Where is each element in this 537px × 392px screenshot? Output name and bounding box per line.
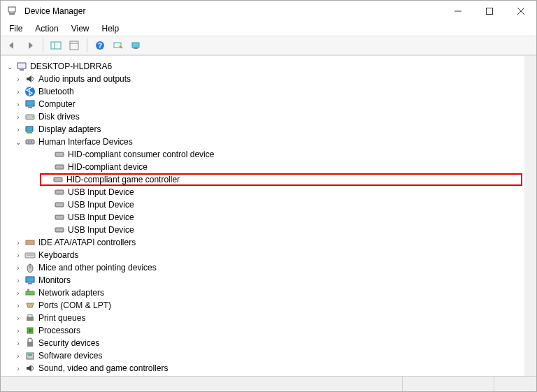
svg-rect-33: [55, 215, 64, 219]
category-print-queues[interactable]: › Print queues: [2, 312, 522, 324]
software-icon: [24, 350, 36, 361]
hid-compliant-device[interactable]: HID-compliant device: [2, 161, 522, 173]
expand-icon[interactable]: ›: [13, 300, 23, 310]
window-title: Device Manager: [24, 6, 85, 16]
category-display-adapters[interactable]: › Display adapters: [2, 123, 522, 136]
svg-rect-45: [28, 314, 32, 317]
svg-rect-43: [27, 289, 29, 291]
expand-icon[interactable]: ›: [13, 363, 23, 373]
category-label: Computer: [38, 99, 76, 109]
category-keyboards[interactable]: › Keyboards: [2, 249, 522, 261]
expand-icon[interactable]: ›: [13, 338, 23, 348]
svg-rect-48: [27, 342, 33, 347]
usb-input-device[interactable]: USB Input Device: [2, 198, 522, 211]
collapse-icon[interactable]: ⌄: [5, 61, 15, 71]
scan-hardware-button[interactable]: [110, 38, 127, 53]
svg-rect-15: [134, 48, 138, 49]
forward-button[interactable]: [22, 38, 38, 53]
statusbar: [1, 376, 536, 391]
category-processors[interactable]: › Processors: [2, 324, 522, 337]
cpu-icon: [24, 325, 36, 336]
category-label: IDE ATA/ATAPI controllers: [38, 238, 136, 247]
help-button[interactable]: ?: [92, 38, 108, 53]
expand-icon[interactable]: ›: [13, 238, 23, 247]
svg-rect-40: [26, 277, 34, 282]
category-label: Human Interface Devices: [38, 137, 133, 147]
hid-consumer-device[interactable]: HID-compliant consumer control device: [2, 148, 522, 161]
expand-icon[interactable]: ›: [13, 250, 23, 260]
category-network[interactable]: › Network adapters: [2, 286, 522, 299]
svg-point-27: [31, 141, 32, 143]
device-label: USB Input Device: [68, 212, 134, 222]
category-storage-controllers[interactable]: › Storage controllers: [2, 375, 522, 376]
expand-icon[interactable]: ›: [13, 99, 23, 109]
root-node[interactable]: ⌄ DESKTOP-HLDRRA6: [2, 60, 522, 73]
svg-rect-31: [55, 190, 64, 194]
category-security[interactable]: › Security devices: [2, 337, 522, 349]
app-icon: [6, 6, 17, 17]
category-label: Processors: [38, 326, 80, 335]
scrollbar[interactable]: [524, 56, 536, 376]
devices-by-connection-button[interactable]: [128, 38, 145, 53]
expand-icon[interactable]: ›: [13, 74, 23, 84]
device-label: HID-compliant device: [68, 162, 148, 172]
category-disk-drives[interactable]: › Disk drives: [2, 110, 522, 123]
usb-input-device[interactable]: USB Input Device: [2, 224, 522, 236]
category-label: Network adapters: [38, 288, 104, 298]
computer-icon: [16, 61, 27, 72]
svg-point-22: [32, 116, 34, 117]
expand-icon[interactable]: ›: [13, 112, 23, 122]
expand-icon[interactable]: ›: [13, 263, 23, 273]
usb-input-device[interactable]: USB Input Device: [2, 186, 522, 198]
category-bluetooth[interactable]: › Bluetooth: [2, 85, 522, 98]
category-sound[interactable]: › Sound, video and game controllers: [2, 362, 522, 375]
toolbar-separator: [43, 38, 43, 52]
root-label: DESKTOP-HLDRRA6: [30, 61, 112, 71]
expand-icon[interactable]: ›: [13, 326, 23, 335]
toolbar: ?: [1, 36, 536, 55]
category-hid[interactable]: ⌄ Human Interface Devices: [2, 136, 522, 148]
collapse-icon[interactable]: ⌄: [13, 137, 23, 147]
svg-rect-25: [26, 140, 34, 144]
maximize-button[interactable]: [473, 1, 505, 22]
category-label: Print queues: [38, 313, 85, 323]
show-hide-console-button[interactable]: [48, 38, 64, 53]
svg-rect-50: [28, 354, 32, 356]
toolbar-separator: [87, 38, 87, 52]
expand-icon[interactable]: ›: [13, 288, 23, 298]
category-label: Software devices: [38, 351, 102, 361]
menu-file[interactable]: File: [3, 22, 28, 35]
category-mice[interactable]: › Mice and other pointing devices: [2, 261, 522, 274]
menu-action[interactable]: Action: [29, 22, 64, 35]
svg-rect-20: [28, 107, 32, 108]
expand-icon[interactable]: ›: [13, 313, 23, 323]
expand-icon[interactable]: ›: [13, 275, 23, 285]
device-label: USB Input Device: [68, 187, 134, 197]
category-monitors[interactable]: › Monitors: [2, 274, 522, 286]
hid-game-controller-highlighted[interactable]: HID-compliant game controller: [40, 173, 522, 186]
minimize-button[interactable]: [442, 1, 473, 22]
bluetooth-icon: [24, 86, 36, 97]
category-ports[interactable]: › Ports (COM & LPT): [2, 299, 522, 312]
expand-icon[interactable]: ›: [13, 87, 23, 96]
expand-icon[interactable]: ›: [13, 124, 23, 134]
category-audio[interactable]: › Audio inputs and outputs: [2, 73, 522, 85]
svg-rect-0: [8, 7, 15, 12]
category-software-devices[interactable]: › Software devices: [2, 349, 522, 362]
menu-view[interactable]: View: [66, 22, 95, 35]
category-computer[interactable]: › Computer: [2, 98, 522, 110]
close-button[interactable]: [505, 1, 536, 22]
back-button[interactable]: [3, 38, 20, 53]
usb-input-device[interactable]: USB Input Device: [2, 211, 522, 224]
printer-icon: [24, 312, 36, 324]
category-label: Security devices: [38, 338, 99, 348]
category-ide[interactable]: › IDE ATA/ATAPI controllers: [2, 236, 522, 249]
menu-help[interactable]: Help: [96, 22, 125, 35]
device-tree[interactable]: ⌄ DESKTOP-HLDRRA6 › Audio inputs and out…: [1, 55, 536, 376]
properties-button[interactable]: [66, 38, 83, 53]
svg-rect-32: [55, 203, 64, 207]
ide-icon: [24, 237, 36, 248]
category-label: Disk drives: [38, 112, 80, 122]
mouse-icon: [24, 262, 36, 273]
expand-icon[interactable]: ›: [13, 351, 23, 361]
